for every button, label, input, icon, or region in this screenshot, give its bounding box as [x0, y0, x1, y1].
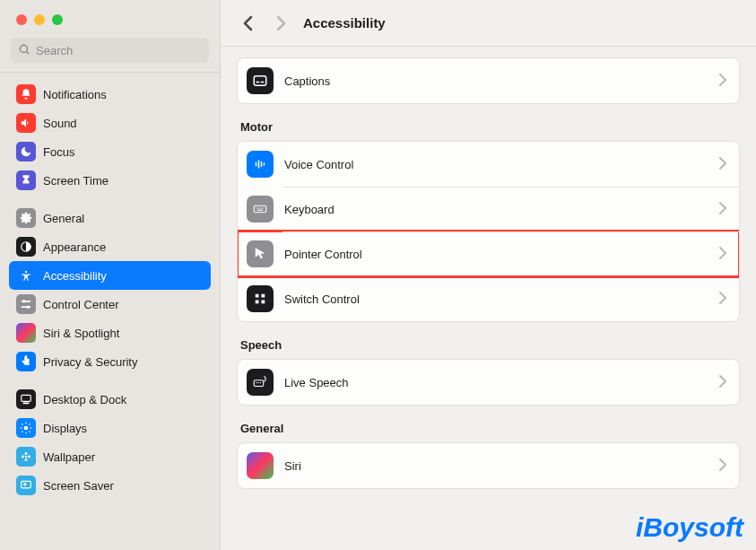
- chevron-right-icon: [719, 292, 726, 307]
- svg-rect-34: [254, 205, 266, 213]
- sidebar-item-notifications[interactable]: Notifications: [9, 80, 211, 109]
- watermark: iBoysoft: [636, 512, 743, 543]
- minimize-window-button[interactable]: [34, 14, 45, 25]
- svg-rect-45: [256, 382, 257, 383]
- row-live-speech[interactable]: Live Speech: [238, 360, 739, 405]
- search-field[interactable]: [11, 38, 209, 63]
- sidebar-item-label: Displays: [43, 422, 87, 435]
- header: Accessibility: [221, 0, 756, 47]
- svg-point-26: [23, 483, 27, 486]
- sidebar-item-accessibility[interactable]: Accessibility: [9, 261, 211, 290]
- sidebar-item-screensaver[interactable]: Screen Saver: [9, 471, 211, 500]
- section-title-motor: Motor: [240, 120, 736, 134]
- sidebar-item-screentime[interactable]: Screen Time: [9, 166, 211, 195]
- svg-point-7: [22, 300, 26, 303]
- svg-rect-9: [22, 395, 31, 401]
- sidebar-item-label: Control Center: [43, 298, 119, 311]
- hourglass-icon: [16, 170, 36, 190]
- sidebar: Notifications Sound Focus Screen Time: [0, 0, 221, 550]
- sidebar-nav: Notifications Sound Focus Screen Time: [0, 73, 220, 550]
- forward-button[interactable]: [271, 13, 291, 33]
- svg-rect-42: [256, 301, 259, 304]
- svg-rect-10: [23, 403, 30, 405]
- row-label: Switch Control: [284, 292, 708, 306]
- svg-point-8: [27, 305, 30, 309]
- content: Captions Motor Voice Control Keyboard: [221, 47, 756, 550]
- main-panel: Accessibility Captions Motor Voice Contr…: [221, 0, 756, 550]
- svg-point-0: [20, 45, 27, 52]
- sidebar-item-label: Screen Saver: [43, 479, 114, 493]
- siri-icon: [16, 323, 36, 343]
- row-voicecontrol[interactable]: Voice Control: [238, 142, 739, 187]
- sidebar-item-label: Wallpaper: [43, 450, 95, 464]
- sidebar-item-label: Privacy & Security: [43, 355, 137, 369]
- sidebar-item-focus[interactable]: Focus: [9, 137, 211, 166]
- row-pointer-control[interactable]: Pointer Control: [238, 231, 739, 276]
- sidebar-item-label: Focus: [43, 145, 74, 159]
- sidebar-item-label: Sound: [43, 117, 77, 130]
- row-keyboard[interactable]: Keyboard: [238, 187, 739, 231]
- sidebar-item-label: Notifications: [43, 88, 107, 101]
- svg-rect-35: [256, 208, 257, 209]
- row-siri[interactable]: Siri: [238, 443, 739, 488]
- chevron-right-icon: [719, 247, 726, 262]
- sidebar-item-controlcenter[interactable]: Control Center: [9, 290, 211, 319]
- captions-icon: [247, 67, 274, 94]
- fullscreen-window-button[interactable]: [52, 14, 63, 25]
- sidebar-item-sound[interactable]: Sound: [9, 109, 211, 137]
- svg-point-4: [25, 271, 27, 273]
- sidebar-item-wallpaper[interactable]: Wallpaper: [9, 442, 211, 471]
- svg-rect-30: [256, 162, 257, 167]
- svg-point-20: [25, 456, 27, 458]
- svg-rect-36: [258, 208, 259, 209]
- grid-icon: [247, 285, 274, 312]
- svg-rect-28: [256, 82, 260, 83]
- sidebar-item-general[interactable]: General: [9, 204, 211, 232]
- sidebar-item-privacy[interactable]: Privacy & Security: [9, 347, 211, 376]
- voice-icon: [247, 151, 274, 178]
- row-label: Captions: [284, 74, 708, 88]
- chevron-right-icon: [719, 202, 726, 217]
- svg-point-24: [28, 456, 30, 458]
- sidebar-item-label: Accessibility: [43, 269, 107, 283]
- svg-line-17: [30, 432, 30, 432]
- row-label: Voice Control: [284, 158, 708, 171]
- svg-point-21: [25, 452, 28, 455]
- svg-rect-39: [257, 210, 263, 211]
- close-window-button[interactable]: [16, 14, 27, 25]
- svg-rect-32: [261, 162, 263, 167]
- sidebar-item-appearance[interactable]: Appearance: [9, 232, 211, 261]
- brightness-icon: [16, 418, 36, 438]
- svg-rect-38: [262, 208, 263, 209]
- sidebar-item-label: Screen Time: [43, 174, 109, 188]
- row-label: Pointer Control: [284, 248, 708, 261]
- siri-icon: [247, 452, 274, 479]
- row-label: Siri: [284, 459, 708, 473]
- row-captions[interactable]: Captions: [238, 58, 739, 103]
- speaker-icon: [16, 113, 36, 133]
- row-label: Live Speech: [284, 376, 708, 389]
- svg-line-18: [22, 432, 22, 432]
- search-input[interactable]: [36, 44, 202, 57]
- svg-rect-37: [260, 208, 261, 209]
- sidebar-item-siri[interactable]: Siri & Spotlight: [9, 319, 211, 347]
- chevron-right-icon: [719, 375, 726, 390]
- sidebar-item-desktop[interactable]: Desktop & Dock: [9, 385, 211, 414]
- sliders-icon: [16, 294, 36, 314]
- accessibility-icon: [16, 266, 36, 285]
- sidebar-item-displays[interactable]: Displays: [9, 414, 211, 442]
- section-title-general: General: [240, 422, 736, 435]
- svg-point-11: [24, 426, 29, 431]
- bell-icon: [16, 84, 36, 104]
- svg-rect-27: [254, 76, 266, 86]
- moon-icon: [16, 142, 36, 162]
- svg-point-23: [22, 456, 24, 458]
- svg-rect-41: [262, 294, 265, 298]
- hand-icon: [16, 352, 36, 371]
- svg-rect-46: [258, 382, 259, 383]
- search-icon: [18, 43, 30, 58]
- row-switch-control[interactable]: Switch Control: [238, 276, 739, 321]
- back-button[interactable]: [239, 13, 258, 33]
- svg-rect-33: [264, 163, 265, 166]
- gear-icon: [16, 208, 36, 228]
